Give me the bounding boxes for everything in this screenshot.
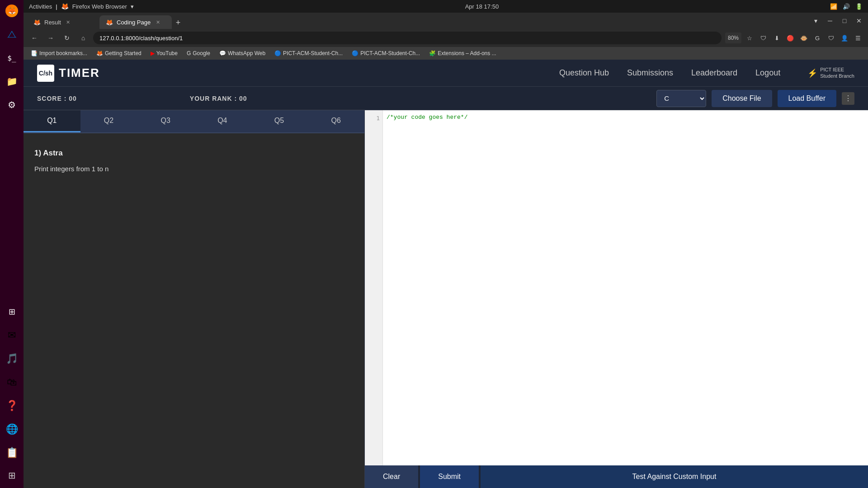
- load-buffer-button[interactable]: Load Buffer: [778, 90, 836, 107]
- forward-btn[interactable]: →: [44, 32, 57, 44]
- reload-btn[interactable]: ↻: [61, 32, 73, 44]
- browser-chrome: 🦊 Result ✕ 🦊 Coding Page ✕ + ▾ ─ □ ✕ ←: [24, 13, 868, 60]
- grammarly-icon[interactable]: G: [812, 33, 823, 43]
- language-select[interactable]: C C++ Java Python: [656, 90, 706, 107]
- bookmarks-bar: 📑Import bookmarks... 🦊Getting Started ▶Y…: [24, 47, 868, 60]
- bookmark-getting-started[interactable]: 🦊Getting Started: [93, 49, 145, 57]
- nav-leaderboard[interactable]: Leaderboard: [691, 68, 737, 78]
- tab-q6[interactable]: Q6: [307, 110, 364, 132]
- rank-label: YOUR RANK : 00: [190, 95, 247, 102]
- appstore-launcher[interactable]: 🛍: [3, 373, 21, 391]
- more-options-btn[interactable]: ⋮: [842, 92, 854, 105]
- screenshot-launcher[interactable]: ⊞: [3, 303, 21, 321]
- activities-label[interactable]: Activities: [29, 3, 52, 10]
- submit-button[interactable]: Submit: [420, 465, 479, 488]
- back-btn[interactable]: ←: [28, 32, 41, 44]
- browser-addressbar: ← → ↻ ⌂ 80% ☆ 🛡 ⬇ 🔴 🐵 G 🛡 👤 ☰: [24, 29, 868, 47]
- maximize-btn[interactable]: □: [839, 15, 850, 26]
- app-navbar: C/sh TIMER Question Hub Submissions Lead…: [24, 60, 868, 87]
- help-launcher[interactable]: ❓: [3, 397, 21, 415]
- firefox-launcher[interactable]: 🦊: [3, 2, 21, 20]
- score-bar: SCORE : 00 YOUR RANK : 00 C C++ Java Pyt…: [24, 87, 868, 110]
- tab-result[interactable]: 🦊 Result ✕: [27, 15, 99, 29]
- zoom-level[interactable]: 80%: [725, 33, 741, 43]
- browser-window: 🦊 Result ✕ 🦊 Coding Page ✕ + ▾ ─ □ ✕ ←: [24, 13, 868, 488]
- bookmark-whatsapp[interactable]: 💬WhatsApp Web: [216, 49, 269, 57]
- nav-question-hub[interactable]: Question Hub: [559, 68, 609, 78]
- files2-launcher[interactable]: 📋: [3, 444, 21, 462]
- app-nav-links: Question Hub Submissions Leaderboard Log…: [559, 67, 854, 79]
- score-label: SCORE : 00: [37, 95, 77, 102]
- os-topbar: Activities | 🦊 Firefox Web Browser ▾ Apr…: [24, 0, 868, 13]
- clear-button[interactable]: Clear: [365, 465, 418, 488]
- music-launcher[interactable]: 🎵: [3, 350, 21, 368]
- extension-icon[interactable]: 🔴: [785, 33, 796, 43]
- files-launcher[interactable]: 📁: [3, 72, 21, 90]
- tab-q2[interactable]: Q2: [80, 110, 137, 132]
- new-tab-button[interactable]: +: [172, 16, 184, 29]
- greasemonkey-icon[interactable]: 🐵: [798, 33, 809, 43]
- os-datetime: Apr 18 17:50: [465, 3, 499, 10]
- bookmark-pict-acm-1[interactable]: 🔵PICT-ACM-Student-Ch...: [271, 49, 346, 57]
- bookmark-star[interactable]: ☆: [744, 33, 755, 43]
- code-editor: 1 /*your code goes here*/: [365, 110, 868, 465]
- left-panel: Q1 Q2 Q3 Q4 Q5 Q6 1) Astra Print integer…: [24, 110, 365, 488]
- page-content: C/sh TIMER Question Hub Submissions Lead…: [24, 60, 868, 488]
- tab-q3[interactable]: Q3: [137, 110, 194, 132]
- question-title: 1) Astra: [34, 147, 354, 159]
- close-btn[interactable]: ✕: [854, 15, 864, 26]
- app-title: TIMER: [59, 66, 100, 80]
- line-numbers: 1: [365, 110, 383, 465]
- profile-icon[interactable]: 👤: [839, 33, 850, 43]
- question-area: 1) Astra Print integers from 1 to n: [24, 133, 364, 488]
- battery-icon: 🔋: [855, 3, 863, 10]
- question-tabs: Q1 Q2 Q3 Q4 Q5 Q6: [24, 110, 364, 133]
- tab-q1[interactable]: Q1: [24, 110, 80, 132]
- shield2-icon[interactable]: 🛡: [826, 33, 836, 43]
- settings-launcher[interactable]: ⚙: [3, 96, 21, 114]
- tab-list-btn[interactable]: ▾: [810, 15, 821, 26]
- download-icon[interactable]: ⬇: [771, 33, 782, 43]
- shield-icon: 🛡: [758, 33, 769, 43]
- question-body: Print integers from 1 to n: [34, 164, 354, 174]
- test-button[interactable]: Test Against Custom Input: [481, 465, 868, 488]
- nav-logout[interactable]: Logout: [755, 68, 780, 78]
- editor-controls: C C++ Java Python Choose File Load Buffe…: [656, 90, 854, 107]
- editor-bottom-bar: Clear Submit Test Against Custom Input: [365, 465, 868, 488]
- code-area[interactable]: /*your code goes here*/: [383, 110, 868, 465]
- app-logo: C/sh TIMER: [37, 65, 100, 82]
- menu-btn[interactable]: ☰: [853, 33, 863, 43]
- logo-icon: C/sh: [37, 65, 54, 82]
- tab-coding[interactable]: 🦊 Coding Page ✕: [99, 15, 172, 29]
- network-launcher[interactable]: 🌐: [3, 420, 21, 438]
- vscode-launcher[interactable]: ⧍: [3, 25, 21, 43]
- browser-titlebar: 🦊 Result ✕ 🦊 Coding Page ✕ + ▾ ─ □ ✕: [24, 13, 868, 29]
- minimize-btn[interactable]: ─: [825, 15, 835, 26]
- address-bar[interactable]: [93, 32, 722, 44]
- appgrid-launcher[interactable]: ⊞: [3, 466, 21, 484]
- bookmark-youtube[interactable]: ▶YouTube: [147, 49, 181, 57]
- pict-ieee-logo: ⚡ PICT IEEEStudent Branch: [807, 67, 854, 79]
- bookmark-google[interactable]: GGoogle: [183, 49, 214, 57]
- tab-coding-close[interactable]: ✕: [154, 19, 161, 26]
- main-body: Q1 Q2 Q3 Q4 Q5 Q6 1) Astra Print integer…: [24, 110, 868, 488]
- home-btn[interactable]: ⌂: [77, 32, 90, 44]
- bookmark-import[interactable]: 📑Import bookmarks...: [27, 49, 91, 57]
- right-panel: 1 /*your code goes here*/ Clear Submit T…: [365, 110, 868, 488]
- nav-submissions[interactable]: Submissions: [627, 68, 673, 78]
- tab-result-close[interactable]: ✕: [65, 19, 72, 26]
- volume-icon: 🔊: [843, 3, 850, 10]
- tab-q4[interactable]: Q4: [194, 110, 251, 132]
- mail-launcher[interactable]: ✉: [3, 326, 21, 344]
- browser-name: Firefox Web Browser: [72, 3, 127, 10]
- browser-tabs: 🦊 Result ✕ 🦊 Coding Page ✕ +: [27, 13, 807, 29]
- bookmark-extensions[interactable]: 🧩Extensions – Add-ons ...: [425, 49, 500, 57]
- choose-file-button[interactable]: Choose File: [712, 90, 772, 107]
- bookmark-pict-acm-2[interactable]: 🔵PICT-ACM-Student-Ch...: [348, 49, 424, 57]
- wifi-icon: 📶: [830, 3, 837, 10]
- terminal-launcher[interactable]: $_: [3, 49, 21, 67]
- window-controls: ▾ ─ □ ✕: [810, 15, 864, 26]
- os-sidebar: 🦊 ⧍ $_ 📁 ⚙ ⊞ ✉ 🎵 🛍 ❓ 🌐 📋 ⊞: [0, 0, 24, 488]
- tab-q5[interactable]: Q5: [251, 110, 308, 132]
- tab-coding-label: Coding Page: [117, 19, 151, 26]
